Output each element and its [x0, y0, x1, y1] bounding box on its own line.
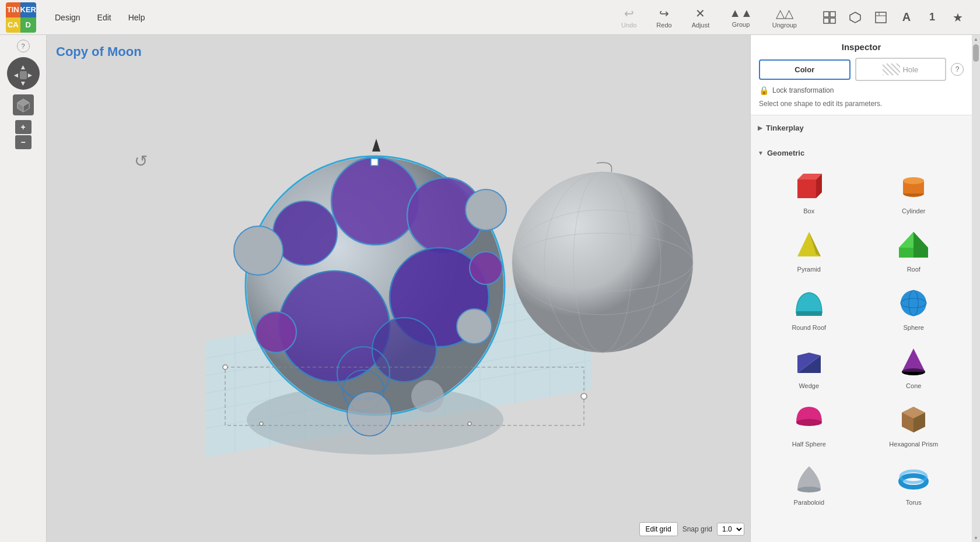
shape-cylinder[interactable]: Cylinder	[863, 163, 965, 219]
inspector-panel: Inspector Color Hole ? 🔒 Lock transforma…	[751, 35, 972, 115]
snap-grid-select[interactable]: 0.1 0.5 1.0 2.0 5.0	[717, 523, 744, 536]
tinkercad-logo[interactable]: TIN KER CA D	[6, 2, 36, 33]
shape-torus-icon	[895, 459, 932, 497]
nav-help[interactable]: Help	[121, 10, 152, 25]
canvas-svg	[47, 35, 750, 542]
zoom-in-button[interactable]: +	[15, 120, 32, 134]
inspector-help-button[interactable]: ?	[951, 63, 964, 76]
inspector-hint: Select one shape to edit its parameters.	[759, 100, 964, 108]
group-button[interactable]: ▲▲ Group	[724, 4, 757, 30]
shape-sphere[interactable]: Sphere	[863, 280, 965, 336]
svg-point-64	[260, 422, 263, 425]
number-button[interactable]: 1	[922, 7, 943, 28]
edit-grid-button[interactable]: Edit grid	[639, 522, 678, 536]
svg-point-65	[468, 422, 471, 425]
ungroup-icon: △△	[776, 6, 793, 20]
scroll-track[interactable]	[972, 43, 980, 534]
svg-rect-1	[830, 12, 835, 17]
star-button[interactable]: ★	[947, 7, 968, 28]
shapes-panel: ▶ Tinkerplay ▼ Geometric	[751, 115, 972, 542]
shape-pyramid[interactable]: Pyramid	[758, 221, 860, 277]
zoom-out-button[interactable]: −	[15, 135, 32, 149]
adjust-button[interactable]: ✕ Adjust	[687, 4, 715, 31]
help-button[interactable]: ?	[17, 40, 30, 52]
shape-half-sphere[interactable]: Half Sphere	[758, 396, 860, 452]
svg-point-93	[902, 368, 925, 375]
view-cube-button[interactable]	[13, 94, 34, 115]
svg-rect-84	[796, 311, 822, 316]
geometric-header[interactable]: ▼ Geometric	[751, 145, 972, 161]
logo-d: D	[20, 17, 36, 33]
main-area: ? ▲ ◄ ► ▼ + −	[0, 35, 980, 542]
navigation-control[interactable]: ▲ ◄ ► ▼	[7, 57, 40, 90]
svg-rect-2	[824, 18, 829, 23]
svg-marker-83	[914, 232, 928, 258]
shape-box-icon	[790, 168, 828, 205]
geometric-arrow: ▼	[758, 150, 764, 156]
shape-round-roof[interactable]: Round Roof	[758, 280, 860, 336]
geometric-label: Geometric	[767, 149, 804, 157]
svg-point-99	[797, 487, 821, 492]
nav-menu: Design Edit Help	[48, 10, 152, 25]
undo-canvas-icon[interactable]: ↺	[134, 152, 148, 171]
ungroup-button[interactable]: △△ Ungroup	[768, 4, 802, 31]
scrollbar-right[interactable]: ▲ ▼	[972, 35, 980, 542]
logo-ker: KER	[20, 2, 36, 17]
project-title[interactable]: Copy of Moon	[56, 44, 142, 59]
svg-point-62	[223, 365, 228, 369]
shape-wedge-icon	[790, 343, 828, 380]
shape-paraboloid[interactable]: Paraboloid	[758, 455, 860, 511]
svg-point-95	[796, 419, 822, 426]
3d-view-button[interactable]	[845, 7, 866, 28]
shape-sphere-label: Sphere	[904, 324, 924, 331]
scroll-up-arrow[interactable]: ▲	[972, 35, 980, 43]
shape-sphere-icon	[895, 284, 932, 322]
color-button[interactable]: Color	[759, 59, 850, 80]
shape-wedge[interactable]: Wedge	[758, 338, 860, 394]
svg-point-63	[581, 393, 587, 399]
logo-ca: CA	[6, 17, 20, 33]
shape-cylinder-icon	[895, 168, 932, 205]
shape-box[interactable]: Box	[758, 163, 860, 219]
shapes-grid: Box Cylinder	[751, 161, 972, 513]
grid-view-button[interactable]	[819, 7, 840, 28]
shape-hexagonal-prism[interactable]: Hexagonal Prism	[863, 396, 965, 452]
canvas-area[interactable]: Copy of Moon ↺	[47, 35, 750, 542]
nav-design[interactable]: Design	[48, 10, 88, 25]
shape-pyramid-icon	[790, 226, 828, 263]
geometric-section: ▼ Geometric	[751, 140, 972, 518]
inspector-title: Inspector	[759, 42, 964, 52]
shape-cone-label: Cone	[906, 382, 921, 389]
svg-rect-0	[824, 12, 829, 17]
right-section: Inspector Color Hole ? 🔒 Lock transforma…	[750, 35, 980, 542]
adjust-icon: ✕	[695, 6, 705, 20]
svg-point-78	[903, 177, 924, 184]
shape-torus-label: Torus	[906, 499, 922, 506]
scroll-thumb[interactable]	[973, 44, 979, 62]
tinkerplay-header[interactable]: ▶ Tinkerplay	[751, 120, 972, 136]
logo-tin: TIN	[6, 2, 20, 17]
shape-cone[interactable]: Cone	[863, 338, 965, 394]
group-label: Group	[732, 21, 750, 28]
tinkerplay-section: ▶ Tinkerplay	[751, 115, 972, 140]
undo-icon: ↩	[624, 6, 634, 20]
shape-torus[interactable]: Torus	[863, 455, 965, 511]
hole-button[interactable]: Hole	[855, 58, 947, 81]
tinkerplay-arrow: ▶	[758, 125, 762, 131]
shape-round-roof-icon	[790, 284, 828, 322]
redo-button[interactable]: ↪ Redo	[652, 4, 676, 31]
shape-roof[interactable]: Roof	[863, 221, 965, 277]
toolbar-right: A 1 ★	[819, 7, 968, 28]
toolbar: ↩ Undo ↪ Redo ✕ Adjust ▲▲ Group △△ Ungro…	[617, 4, 802, 31]
svg-point-85	[901, 290, 926, 316]
shape-box-label: Box	[803, 207, 814, 214]
nav-edit[interactable]: Edit	[90, 10, 118, 25]
text-button[interactable]: A	[896, 7, 917, 28]
ungroup-label: Ungroup	[772, 22, 797, 29]
shape-roof-label: Roof	[907, 266, 921, 273]
box-view-button[interactable]	[870, 7, 891, 28]
scroll-down-arrow[interactable]: ▼	[972, 534, 980, 542]
undo-button[interactable]: ↩ Undo	[617, 4, 641, 31]
undo-label: Undo	[621, 22, 636, 29]
right-panel: Inspector Color Hole ? 🔒 Lock transforma…	[750, 35, 972, 542]
